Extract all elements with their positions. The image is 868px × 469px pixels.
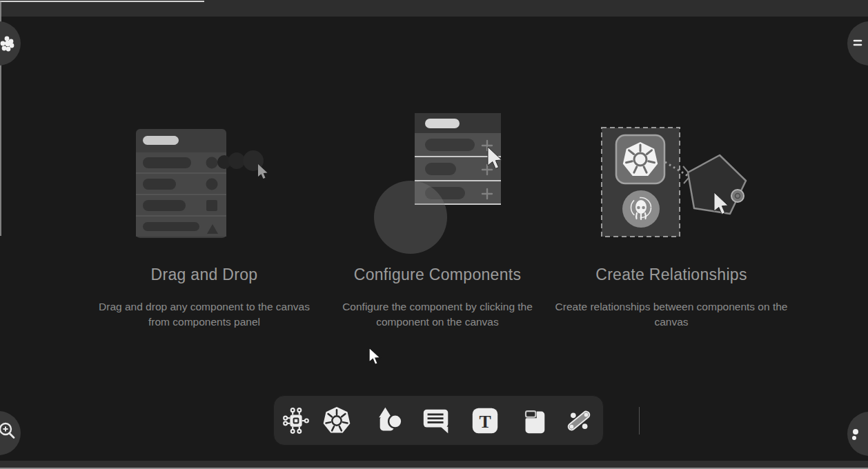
link-tool-button[interactable] xyxy=(562,404,595,437)
design-canvas-screen: Drag and Drop Drag and drop any componen… xyxy=(0,0,868,469)
panel-menu-icon xyxy=(847,21,868,66)
text-tool-icon: T xyxy=(469,405,501,437)
onboarding-card-configure: Configure Components Configure the compo… xyxy=(320,266,555,330)
panel-toggle-left-button[interactable] xyxy=(0,21,21,66)
onboarding-card-relationships: Create Relationships Create relationship… xyxy=(554,266,789,330)
relationships-illustration xyxy=(593,121,759,245)
panel-toggle-right-button[interactable] xyxy=(847,21,868,66)
link-relationship-icon xyxy=(563,405,595,437)
svg-text:T: T xyxy=(479,412,491,432)
bottom-status-strip xyxy=(0,461,868,469)
settings-button[interactable] xyxy=(847,412,868,456)
canvas-toolbar: T xyxy=(273,395,604,446)
zoom-in-icon xyxy=(0,411,21,455)
kubernetes-icon xyxy=(321,405,353,437)
note-tool-button[interactable] xyxy=(517,404,550,437)
kubernetes-tool-button[interactable] xyxy=(320,404,353,437)
text-tool-button[interactable]: T xyxy=(468,404,502,437)
top-bar xyxy=(0,0,868,17)
mouse-cursor-icon xyxy=(368,347,382,366)
settings-dot-icon xyxy=(847,412,868,456)
comment-tool-button[interactable] xyxy=(420,404,453,437)
drag-and-drop-illustration xyxy=(131,124,273,245)
click-ripple xyxy=(374,181,447,254)
shapes-icon xyxy=(375,405,407,437)
toolbar-separator xyxy=(639,407,640,435)
onboarding-card-drag-drop: Drag and Drop Drag and drop any componen… xyxy=(87,266,322,330)
card-description: Create relationships between components … xyxy=(554,299,789,330)
zoom-in-button[interactable] xyxy=(0,411,21,455)
configure-illustration xyxy=(373,107,514,255)
card-title: Create Relationships xyxy=(554,266,789,284)
card-description: Configure the component by clicking the … xyxy=(320,299,555,330)
components-tool-button[interactable] xyxy=(279,404,313,437)
flower-menu-icon xyxy=(0,21,21,66)
card-description: Drag and drop any component to the canva… xyxy=(87,299,322,330)
progress-line xyxy=(0,1,204,2)
shapes-tool-button[interactable] xyxy=(375,404,408,437)
drag-cursor-icon xyxy=(258,164,268,179)
component-chip-icon xyxy=(280,405,312,437)
card-title: Configure Components xyxy=(320,266,555,284)
comment-icon xyxy=(421,405,453,437)
note-icon xyxy=(517,405,549,437)
card-title: Drag and Drop xyxy=(87,266,322,284)
